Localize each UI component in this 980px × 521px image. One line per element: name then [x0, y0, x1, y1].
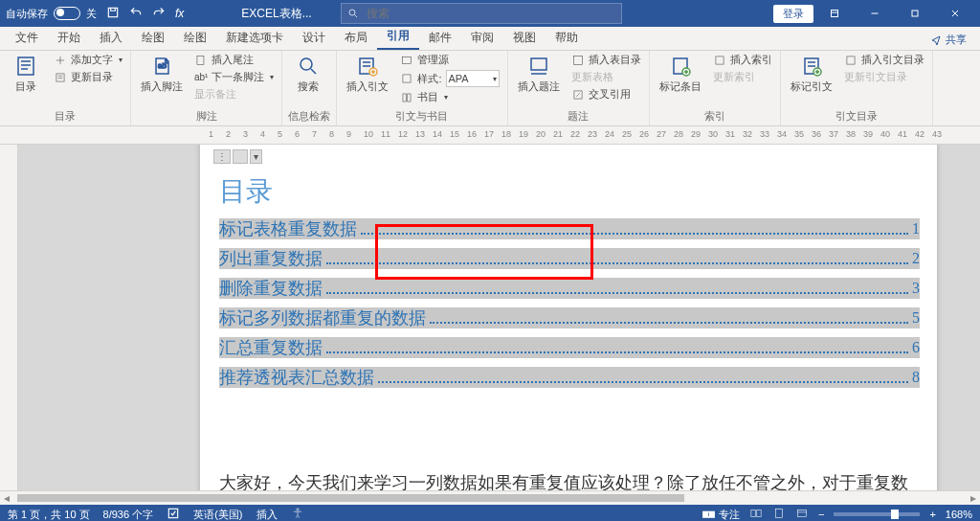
- tab-引用[interactable]: 引用: [377, 24, 419, 50]
- svg-rect-26: [797, 510, 806, 517]
- insert-caption-button[interactable]: 插入题注: [514, 53, 564, 96]
- tab-绘图[interactable]: 绘图: [174, 26, 216, 50]
- update-index-button[interactable]: 更新索引: [711, 70, 774, 84]
- show-notes-button[interactable]: 显示备注: [192, 87, 276, 102]
- status-page[interactable]: 第 1 页，共 10 页: [8, 508, 90, 522]
- update-table-button[interactable]: 更新表格: [569, 70, 643, 84]
- tab-文件[interactable]: 文件: [6, 26, 48, 50]
- tab-审阅[interactable]: 审阅: [461, 26, 503, 50]
- toc-button[interactable]: 目录: [6, 53, 46, 96]
- ruler-vertical[interactable]: [0, 145, 18, 505]
- update-authorities-button[interactable]: 更新引文目录: [842, 70, 926, 84]
- scrollbar-horizontal[interactable]: ◂▸: [0, 490, 980, 505]
- toc-entry-text: 删除重复数据: [219, 277, 323, 300]
- mark-citation-button[interactable]: 标记引文: [787, 53, 836, 96]
- toc-entry[interactable]: 推荐透视表汇总数据8: [219, 367, 920, 388]
- group-label-caption: 题注: [514, 108, 643, 124]
- group-label-index: 索引: [656, 108, 774, 124]
- manage-sources-button[interactable]: 管理源: [398, 53, 501, 67]
- cross-reference-button[interactable]: 交叉引用: [569, 87, 643, 102]
- toc-entry-page: 3: [912, 280, 920, 297]
- maximize-icon[interactable]: [896, 0, 934, 27]
- save-icon[interactable]: [106, 6, 120, 22]
- login-button[interactable]: 登录: [773, 5, 813, 23]
- svg-rect-3: [912, 11, 918, 16]
- add-text-button[interactable]: 添加文字▾: [52, 53, 124, 67]
- bibliography-button[interactable]: 书目▾: [398, 90, 501, 104]
- share-button[interactable]: 共享: [923, 30, 974, 50]
- close-icon[interactable]: [936, 0, 974, 27]
- tab-设计[interactable]: 设计: [293, 26, 335, 50]
- view-read-icon[interactable]: [749, 507, 763, 521]
- undo-icon[interactable]: [129, 6, 143, 22]
- autosave-toggle[interactable]: [54, 7, 80, 20]
- toc-entry[interactable]: 标记多列数据都重复的数据5: [219, 307, 920, 328]
- research-button[interactable]: 搜索: [288, 53, 328, 96]
- fx-label[interactable]: fx: [175, 7, 184, 20]
- ribbon: 目录 添加文字▾ 更新目录 目录 ab1 插入脚注 插入尾注 ab¹下一条脚注▾…: [0, 51, 980, 126]
- status-language[interactable]: 英语(美国): [193, 508, 242, 522]
- tab-绘图[interactable]: 绘图: [132, 26, 174, 50]
- zoom-level[interactable]: 168%: [946, 509, 972, 520]
- search-input[interactable]: [365, 6, 615, 21]
- insert-endnote-button[interactable]: 插入尾注: [192, 53, 276, 67]
- toc-entry[interactable]: 列出重复数据2: [219, 248, 920, 269]
- tab-新建选项卡[interactable]: 新建选项卡: [216, 26, 293, 50]
- toc-title: 目录: [219, 173, 927, 210]
- svg-rect-12: [403, 57, 412, 63]
- view-web-icon[interactable]: [795, 507, 809, 521]
- autosave-label: 自动保存: [6, 7, 48, 21]
- toc-entry-page: 2: [912, 250, 920, 267]
- insert-authorities-button[interactable]: 插入引文目录: [842, 53, 926, 67]
- zoom-out-button[interactable]: −: [818, 509, 824, 520]
- view-print-icon[interactable]: [772, 507, 786, 521]
- toc-entry-page: 5: [912, 309, 920, 327]
- next-footnote-button[interactable]: ab¹下一条脚注▾: [192, 70, 276, 84]
- redo-icon[interactable]: [152, 6, 166, 22]
- accessibility-icon[interactable]: [291, 507, 304, 521]
- group-label-footnote: 脚注: [137, 108, 276, 124]
- toc-entry-text: 列出重复数据: [219, 247, 323, 270]
- minimize-icon[interactable]: [856, 0, 894, 27]
- insert-citation-button[interactable]: 插入引文: [343, 53, 392, 96]
- tab-视图[interactable]: 视图: [503, 26, 546, 50]
- ruler-horizontal[interactable]: 1234567891011121314151617181920212223242…: [0, 126, 980, 145]
- svg-point-9: [301, 58, 312, 70]
- group-label-research: 信息检索: [288, 108, 330, 124]
- update-toc-button[interactable]: 更新目录: [52, 70, 124, 84]
- status-spell-icon[interactable]: [167, 507, 180, 521]
- tab-布局[interactable]: 布局: [335, 26, 377, 50]
- zoom-slider[interactable]: [834, 512, 920, 516]
- group-label-citation: 引文与书目: [343, 108, 501, 124]
- citation-style-select[interactable]: 样式:APA▾: [398, 70, 501, 87]
- svg-rect-8: [197, 56, 204, 64]
- group-label-authorities: 引文目录: [787, 108, 926, 124]
- ribbon-display-icon[interactable]: [815, 0, 854, 27]
- status-insert-mode[interactable]: 插入: [256, 508, 278, 522]
- insert-footnote-button[interactable]: ab1 插入脚注: [137, 53, 187, 96]
- toc-entry[interactable]: 汇总重复数据6: [219, 337, 920, 358]
- search-box[interactable]: [341, 3, 622, 24]
- insert-index-button[interactable]: 插入索引: [711, 53, 774, 67]
- tab-开始[interactable]: 开始: [48, 26, 90, 50]
- svg-rect-13: [403, 75, 411, 82]
- table-of-contents[interactable]: ⋮ ▾ 目录 标记表格重复数据1列出重复数据2删除重复数据3标记多列数据都重复的…: [219, 173, 927, 388]
- toc-entry[interactable]: 删除重复数据3: [219, 278, 920, 299]
- zoom-in-button[interactable]: +: [929, 509, 935, 520]
- autosave-state: 关: [86, 7, 97, 21]
- svg-point-1: [349, 10, 355, 15]
- tab-帮助[interactable]: 帮助: [546, 26, 588, 50]
- svg-rect-22: [846, 56, 854, 63]
- tab-邮件[interactable]: 邮件: [419, 26, 461, 50]
- mark-entry-button[interactable]: 标记条目: [656, 53, 705, 96]
- svg-rect-25: [775, 509, 782, 517]
- toc-entry[interactable]: 标记表格重复数据1: [219, 218, 920, 239]
- group-label-toc: 目录: [6, 108, 124, 124]
- svg-rect-0: [108, 8, 117, 16]
- status-word-count[interactable]: 8/936 个字: [103, 508, 154, 522]
- document-title: EXCEL表格...: [241, 6, 311, 22]
- focus-mode-button[interactable]: 🀰 专注: [702, 508, 740, 522]
- insert-table-figures-button[interactable]: 插入表目录: [569, 53, 643, 67]
- tab-插入[interactable]: 插入: [90, 26, 132, 50]
- toc-field-tabs[interactable]: ⋮ ▾: [213, 149, 262, 164]
